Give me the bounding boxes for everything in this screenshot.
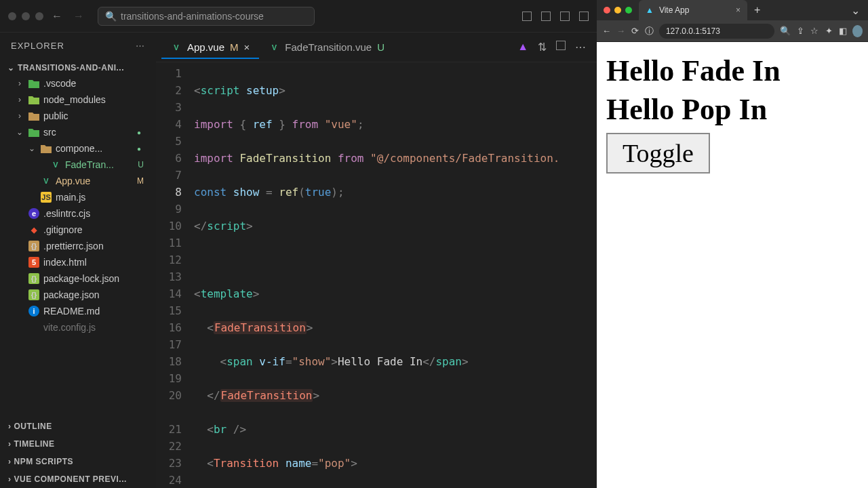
min-dot[interactable] [22, 12, 30, 20]
project-name: transitions-and-animations-course [121, 11, 264, 22]
line-gutter: 1234567891011121314151617181920 21222324 [156, 65, 194, 488]
editor-tabs: V App.vue M × V FadeTransition.vue U ▲ ⇅… [156, 33, 597, 62]
titlebar: ← → 🔍 transitions-and-animations-course [0, 0, 597, 33]
browser-window-controls [597, 7, 639, 14]
vue-icon: V [269, 42, 279, 53]
command-search[interactable]: 🔍 transitions-and-animations-course [98, 7, 315, 26]
file-fadetransition[interactable]: VFadeTran...U [0, 157, 156, 173]
folder-public[interactable]: ›public [0, 108, 156, 124]
folder-components[interactable]: ⌄compone...● [0, 140, 156, 157]
tab-fadetransition[interactable]: V FadeTransition.vue U [259, 36, 394, 58]
outline-section[interactable]: ›OUTLINE [0, 418, 156, 435]
browser-window: ▲ Vite App × + ⌄ ← → ⟳ ⓘ 🔍 ⇪ ☆ ✦ ◧ Hello… [597, 0, 868, 488]
close-dot[interactable] [8, 12, 16, 20]
min-dot[interactable] [614, 7, 621, 14]
close-dot[interactable] [604, 7, 610, 14]
extensions-icon[interactable]: ✦ [825, 26, 833, 36]
vue-preview-section[interactable]: ›VUE COMPONENT PREVI... [0, 470, 156, 488]
star-icon[interactable]: ☆ [810, 26, 819, 36]
max-dot[interactable] [625, 7, 632, 14]
browser-tabbar: ▲ Vite App × + ⌄ [597, 0, 868, 20]
window-controls [8, 12, 43, 20]
vite-icon[interactable]: ▲ [517, 41, 528, 54]
file-pkglock[interactable]: {}package-lock.json [0, 270, 156, 287]
vite-icon: ▲ [646, 5, 654, 15]
code-content: <script setup> import { ref } from "vue"… [194, 65, 597, 488]
project-section[interactable]: ⌄ TRANSITIONS-AND-ANI... [0, 60, 156, 75]
back-icon[interactable]: ← [52, 10, 62, 22]
folder-src[interactable]: ⌄src● [0, 124, 156, 140]
sidebar: EXPLORER ⋯ ⌄ TRANSITIONS-AND-ANI... ›.vs… [0, 33, 156, 488]
file-gitignore[interactable]: ◆.gitignore [0, 222, 156, 238]
url-input[interactable] [659, 24, 774, 39]
forward-icon[interactable]: → [73, 10, 84, 22]
info-icon[interactable]: ⓘ [645, 25, 654, 37]
nav-icons: ← → [52, 10, 84, 22]
layout-icon[interactable] [579, 12, 589, 21]
back-icon[interactable]: ← [602, 26, 611, 36]
browser-tab[interactable]: ▲ Vite App × [639, 0, 747, 20]
file-indexhtml[interactable]: 5index.html [0, 254, 156, 270]
project-label: TRANSITIONS-AND-ANI... [18, 63, 124, 73]
file-pkg[interactable]: {}package.json [0, 287, 156, 303]
browser-toolbar: ← → ⟳ ⓘ 🔍 ⇪ ☆ ✦ ◧ [597, 20, 868, 42]
share-icon[interactable]: ⇪ [796, 26, 805, 36]
timeline-section[interactable]: ›TIMELINE [0, 435, 156, 453]
file-appvue[interactable]: VApp.vueM [0, 173, 156, 189]
folder-vscode[interactable]: ›.vscode [0, 75, 156, 92]
panel-left-icon[interactable] [522, 12, 532, 21]
folder-node-modules[interactable]: ›node_modules [0, 92, 156, 108]
reload-icon[interactable]: ⟳ [631, 26, 639, 36]
tab-label: FadeTransition.vue [285, 41, 372, 53]
tabs-menu-icon[interactable]: ⌄ [843, 4, 868, 17]
compare-icon[interactable]: ⇅ [538, 41, 547, 54]
file-mainjs[interactable]: JSmain.js [0, 189, 156, 205]
code-editor[interactable]: 1234567891011121314151617181920 21222324… [156, 62, 597, 488]
explorer-more-icon[interactable]: ⋯ [136, 41, 145, 51]
chevron-down-icon: ⌄ [7, 63, 15, 73]
browser-viewport: Hello Fade In Hello Pop In Toggle [597, 42, 868, 488]
close-icon[interactable]: × [244, 41, 250, 53]
npm-scripts-section[interactable]: ›NPM SCRIPTS [0, 453, 156, 470]
file-eslintrc[interactable]: e.eslintrc.cjs [0, 205, 156, 222]
file-readme[interactable]: iREADME.md [0, 303, 156, 319]
zoom-icon[interactable]: 🔍 [780, 26, 791, 36]
toggle-button[interactable]: Toggle [606, 133, 710, 174]
tab-appvue[interactable]: V App.vue M × [161, 36, 259, 58]
tab-status: M [230, 41, 239, 53]
file-viteconfig[interactable]: vite.config.js [0, 319, 156, 336]
more-icon[interactable]: ⋯ [575, 41, 586, 54]
tab-title: Vite App [659, 5, 689, 15]
tab-status: U [377, 41, 384, 53]
search-icon: 🔍 [105, 11, 117, 22]
vue-icon: V [171, 42, 182, 53]
panel-icon[interactable]: ◧ [839, 26, 848, 36]
pop-text: Hello Pop In [606, 90, 859, 129]
fade-text: Hello Fade In [606, 52, 859, 90]
panel-bottom-icon[interactable] [541, 12, 551, 21]
layout-icons [522, 12, 589, 21]
editor-window: ← → 🔍 transitions-and-animations-course … [0, 0, 597, 488]
close-icon[interactable]: × [736, 5, 741, 15]
avatar-icon[interactable] [852, 25, 863, 37]
new-tab-icon[interactable]: + [747, 4, 767, 16]
panel-right-icon[interactable] [560, 12, 570, 21]
max-dot[interactable] [35, 12, 43, 20]
forward-icon[interactable]: → [616, 26, 625, 36]
tab-label: App.vue [187, 41, 224, 53]
file-prettierrc[interactable]: {}.prettierrc.json [0, 238, 156, 254]
file-tree: ›.vscode ›node_modules ›public ⌄src● ⌄co… [0, 75, 156, 336]
explorer-title: EXPLORER [11, 41, 64, 51]
split-icon[interactable] [556, 41, 566, 50]
